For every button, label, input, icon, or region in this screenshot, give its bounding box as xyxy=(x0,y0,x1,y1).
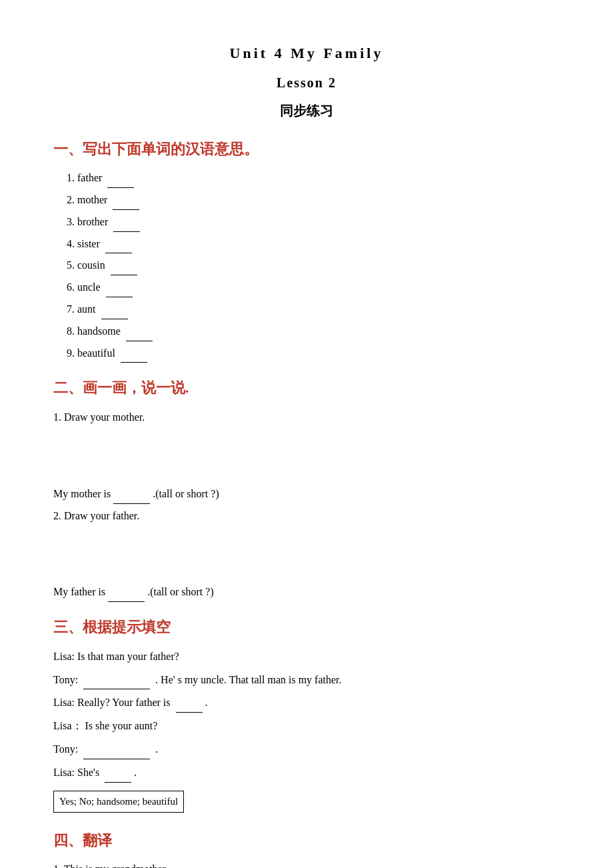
vocab-list: 1. father 2. mother 3. brother 4. sister… xyxy=(67,169,560,363)
dialog-blank-5 xyxy=(83,759,150,759)
section4-body: 1. This is my grandmother. 2. He's my ha… xyxy=(53,860,560,868)
dialog-text-3: Really? Your father is xyxy=(77,697,173,708)
dialog-line-5: Tony: . xyxy=(53,740,560,759)
dialog-speaker-2: Tony: xyxy=(53,674,81,685)
list-item: 6. uncle xyxy=(67,278,560,297)
list-item: 4. sister xyxy=(67,235,560,254)
translate-item-1: 1. This is my grandmother. xyxy=(53,860,560,868)
dialog-text-4: Is she your aunt? xyxy=(85,720,158,731)
list-item: 3. brother xyxy=(67,213,560,232)
lesson-title: Lesson 2 xyxy=(53,71,560,95)
section3-body: Lisa: Is that man your father? Tony: . H… xyxy=(53,647,560,815)
dialog-line-6: Lisa: She's . xyxy=(53,763,560,783)
word-box: Yes; No; handsome; beautiful xyxy=(53,791,184,813)
dialog-speaker-5: Tony: xyxy=(53,743,81,755)
sentence1: My mother is.(tall or short ?) xyxy=(53,485,560,504)
dialog-text-1: Is that man your father? xyxy=(77,651,179,662)
dialog-text-3b: . xyxy=(205,697,208,708)
dialog-text-6: She's xyxy=(77,767,102,778)
section2-heading: 二、画一画，说一说. xyxy=(53,375,560,401)
draw-area-2 xyxy=(53,531,560,577)
dialog-line-2: Tony: . He' s my uncle. That tall man is… xyxy=(53,671,560,690)
list-item: 8. handsome xyxy=(67,322,560,341)
list-item: 1. father xyxy=(67,169,560,188)
draw-instruction-2: 2. Draw your father. xyxy=(53,507,560,526)
dialog-line-1: Lisa: Is that man your father? xyxy=(53,647,560,667)
subtitle: 同步练习 xyxy=(53,99,560,123)
sentence1-prefix: My mother is xyxy=(53,488,111,499)
dialog-text-2: . He' s my uncle. That tall man is my fa… xyxy=(155,674,341,685)
dialog-blank-3 xyxy=(176,712,203,713)
section2-body: 1. Draw your mother. My mother is.(tall … xyxy=(53,408,560,602)
sentence2-prefix: My father is xyxy=(53,586,105,597)
sentence2-suffix: .(tall or short ?) xyxy=(147,586,214,597)
list-item: 2. mother xyxy=(67,191,560,210)
section4-heading: 四、翻译 xyxy=(53,827,560,854)
dialog-speaker-3: Lisa: xyxy=(53,697,77,708)
dialog-text-6b: . xyxy=(134,767,137,778)
draw-instruction-1: 1. Draw your mother. xyxy=(53,408,560,427)
dialog-speaker-6: Lisa: xyxy=(53,767,77,778)
sentence1-suffix: .(tall or short ?) xyxy=(153,488,219,499)
dialog-line-3: Lisa: Really? Your father is . xyxy=(53,693,560,713)
dialog-line-4: Lisa： Is she your aunt? xyxy=(53,717,560,736)
section3-heading: 三、根据提示填空 xyxy=(53,614,560,641)
dialog-blank-2 xyxy=(83,689,150,689)
dialog-blank-6 xyxy=(105,782,131,783)
dialog-text-5: . xyxy=(155,743,158,755)
section1-heading: 一、写出下面单词的汉语意思。 xyxy=(53,136,560,163)
list-item: 9. beautiful xyxy=(67,344,560,363)
draw-area-1 xyxy=(53,433,560,479)
page-title: Unit 4 My Family xyxy=(53,40,560,67)
dialog-speaker-4: Lisa： xyxy=(53,720,83,731)
sentence2: My father is.(tall or short ?) xyxy=(53,583,560,602)
list-item: 5. cousin xyxy=(67,256,560,275)
list-item: 7. aunt xyxy=(67,300,560,319)
dialog-speaker-1: Lisa: xyxy=(53,651,77,662)
